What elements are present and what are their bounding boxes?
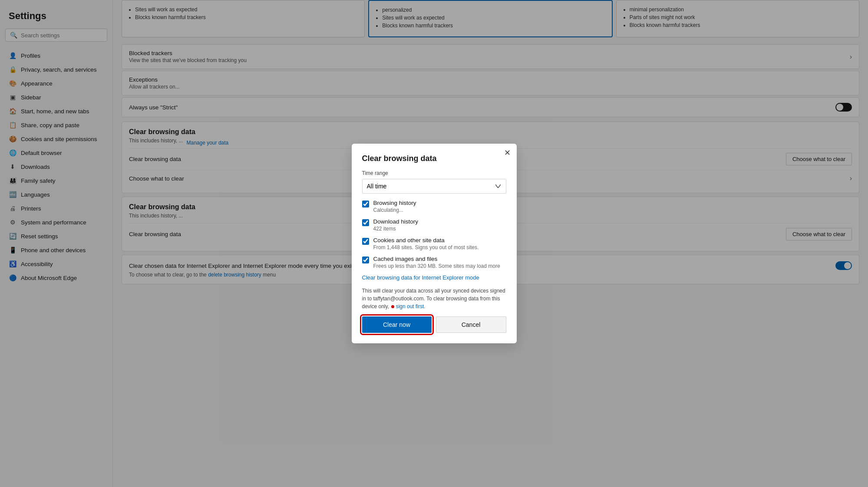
- time-range-select[interactable]: All time Last hour Last 24 hours Last 7 …: [362, 179, 506, 194]
- download-history-checkbox[interactable]: [362, 219, 369, 226]
- sign-out-link[interactable]: sign out first.: [396, 303, 426, 309]
- sync-dot-indicator: [391, 305, 394, 308]
- browsing-history-label: Browsing history: [373, 200, 416, 206]
- checkboxes-area: Browsing history Calculating... Download…: [362, 200, 506, 274]
- browsing-history-checkbox[interactable]: [362, 201, 369, 207]
- checkbox-row-download: Download history 422 items: [362, 218, 505, 232]
- cookies-label: Cookies and other site data: [373, 237, 479, 244]
- ie-clear-link[interactable]: Clear browsing data for Internet Explore…: [362, 274, 506, 281]
- time-range-label: Time range: [362, 170, 506, 176]
- clear-now-button[interactable]: Clear now: [362, 316, 432, 333]
- cancel-button[interactable]: Cancel: [436, 316, 506, 333]
- cached-images-checkbox[interactable]: [362, 257, 369, 263]
- cached-images-label: Cached images and files: [373, 256, 500, 262]
- download-history-sub: 422 items: [373, 226, 419, 232]
- modal-overlay: ✕ Clear browsing data Time range All tim…: [0, 0, 868, 487]
- checkbox-row-cached: Cached images and files Frees up less th…: [362, 256, 505, 269]
- modal-title: Clear browsing data: [362, 154, 506, 163]
- sync-note: This will clear your data across all you…: [362, 287, 506, 310]
- download-history-label: Download history: [373, 218, 419, 225]
- cached-images-sub: Frees up less than 320 MB. Some sites ma…: [373, 263, 500, 269]
- cookies-sub: From 1,448 sites. Signs you out of most …: [373, 244, 479, 250]
- browsing-history-sub: Calculating...: [373, 207, 416, 213]
- checkbox-row-browsing: Browsing history Calculating...: [362, 200, 505, 213]
- checkbox-row-cookies: Cookies and other site data From 1,448 s…: [362, 237, 505, 250]
- clear-browsing-modal: ✕ Clear browsing data Time range All tim…: [352, 144, 517, 343]
- modal-close-button[interactable]: ✕: [504, 149, 511, 157]
- cookies-checkbox[interactable]: [362, 238, 369, 245]
- modal-actions: Clear now Cancel: [362, 316, 506, 333]
